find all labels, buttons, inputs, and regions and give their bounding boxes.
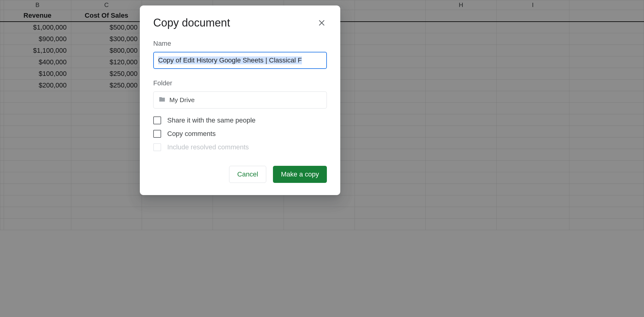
folder-picker[interactable]: My Drive bbox=[153, 91, 327, 109]
document-name-input[interactable] bbox=[153, 52, 327, 69]
copy-comments-label: Copy comments bbox=[167, 130, 216, 138]
close-button[interactable] bbox=[317, 18, 327, 28]
include-resolved-label: Include resolved comments bbox=[167, 143, 249, 151]
folder-icon bbox=[158, 96, 166, 104]
include-resolved-row: Include resolved comments bbox=[153, 143, 327, 151]
dialog-actions: Cancel Make a copy bbox=[153, 166, 327, 183]
share-same-people-row[interactable]: Share it with the same people bbox=[153, 116, 327, 124]
make-a-copy-button[interactable]: Make a copy bbox=[273, 166, 327, 183]
share-checkbox[interactable] bbox=[153, 116, 161, 124]
share-label: Share it with the same people bbox=[167, 116, 256, 124]
copy-comments-row[interactable]: Copy comments bbox=[153, 130, 327, 138]
name-label: Name bbox=[153, 40, 327, 48]
cancel-button[interactable]: Cancel bbox=[229, 166, 266, 183]
dialog-title: Copy document bbox=[153, 16, 230, 29]
close-icon bbox=[318, 19, 326, 27]
folder-value: My Drive bbox=[169, 96, 195, 104]
copy-document-dialog: Copy document Name Folder My Drive Share… bbox=[140, 5, 340, 195]
include-resolved-checkbox bbox=[153, 143, 161, 151]
folder-label: Folder bbox=[153, 79, 327, 87]
copy-comments-checkbox[interactable] bbox=[153, 130, 161, 138]
